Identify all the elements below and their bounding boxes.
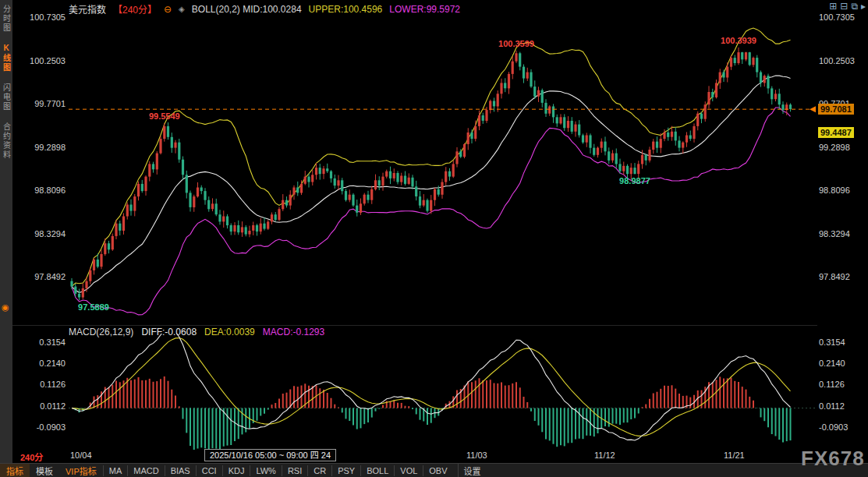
indicator-buttons: MAMACDBIASCCIKDJLW%RSICRPSYBOLLVOLOBV bbox=[103, 465, 453, 476]
toolbar-tab-templates[interactable]: 模板 bbox=[30, 464, 59, 477]
sidebar: 分时图K线图闪电图合约资料 bbox=[0, 0, 12, 463]
expand-panel-icon[interactable]: ▸ bbox=[861, 2, 866, 11]
axis-label: 99.2898 bbox=[819, 143, 850, 152]
axis-label: 100.7305 bbox=[30, 12, 66, 22]
boll-lower-label: LOWER:99.5972 bbox=[389, 4, 460, 15]
axis-label: 0.3154 bbox=[39, 337, 66, 347]
indicator-diamond-icon: ◈ bbox=[179, 5, 185, 13]
right-price-axis: 100.7305100.250399.770199.289898.809698.… bbox=[819, 0, 867, 463]
svg-text:100.3599: 100.3599 bbox=[498, 39, 534, 48]
indicator-button-rsi[interactable]: RSI bbox=[282, 465, 307, 476]
x-axis-row: 240分 2025/10/16 05:00 ~ 09:00 四 24 10/04… bbox=[0, 449, 868, 463]
macd-header: MACD(26,12,9) DIFF:-0.0608 DEA:0.0039 MA… bbox=[69, 327, 324, 337]
axis-label: 0.3154 bbox=[819, 337, 845, 347]
sidebar-tab-contract-info[interactable]: 合约资料 bbox=[1, 122, 12, 160]
chart-application: 99.5549100.3599100.393998.987797.5889 分时… bbox=[0, 0, 868, 477]
chart-canvas[interactable]: 99.5549100.3599100.393998.987797.5889 bbox=[0, 0, 868, 477]
boll-upper-label: UPPER:100.4596 bbox=[309, 4, 383, 15]
grid-panel-icon[interactable]: ⧉ bbox=[851, 2, 858, 11]
axis-label: 99.2898 bbox=[34, 143, 66, 152]
toolbar-tab-vip-indicators[interactable]: VIP指标 bbox=[59, 464, 103, 477]
indicator-button-cci[interactable]: CCI bbox=[196, 465, 222, 476]
symbol-title: 美元指数 bbox=[69, 2, 106, 16]
x-axis-date: 11/21 bbox=[724, 450, 745, 460]
x-axis-date: 11/12 bbox=[594, 450, 615, 460]
axis-label: -0.0903 bbox=[819, 422, 848, 432]
axis-label: 0.1126 bbox=[40, 380, 66, 389]
macd-diff-value: DIFF:-0.0608 bbox=[141, 327, 197, 337]
period-button[interactable]: 240分 bbox=[20, 450, 43, 463]
new-panel-icon[interactable]: ⊞ bbox=[829, 2, 837, 11]
window-controls: ⊞⊟⧉▸ bbox=[829, 2, 866, 11]
sidebar-marker-icon[interactable]: ◉ bbox=[2, 302, 9, 313]
bottom-toolbar: 指标模板VIP指标MAMACDBIASCCIKDJLW%RSICRPSYBOLL… bbox=[0, 463, 868, 477]
indicator-button-bias[interactable]: BIAS bbox=[165, 465, 196, 476]
indicator-button-ma[interactable]: MA bbox=[103, 465, 128, 476]
axis-label: 0.2140 bbox=[819, 359, 845, 368]
axis-label: 0.2140 bbox=[39, 359, 66, 368]
indicator-button-macd[interactable]: MACD bbox=[127, 465, 164, 476]
chart-header: 美元指数 【240分】 ⊖ ◈ BOLL(20,2) MID:100.0284 … bbox=[69, 2, 460, 16]
x-axis-date: 11/03 bbox=[466, 450, 487, 460]
toolbar-tab-indicators[interactable]: 指标 bbox=[0, 464, 30, 477]
indicator-button-vol[interactable]: VOL bbox=[394, 465, 423, 476]
collapse-indicator-icon[interactable]: ⊖ bbox=[164, 4, 172, 15]
axis-label: -0.0903 bbox=[37, 422, 66, 432]
indicator-button-boll[interactable]: BOLL bbox=[360, 465, 394, 476]
svg-text:100.3939: 100.3939 bbox=[721, 36, 756, 45]
svg-text:99.5549: 99.5549 bbox=[149, 111, 180, 121]
macd-hist-value: MACD:-0.1293 bbox=[263, 327, 324, 337]
macd-dea-value: DEA:0.0039 bbox=[204, 327, 255, 337]
svg-text:98.9877: 98.9877 bbox=[619, 176, 650, 186]
axis-label: 99.7701 bbox=[34, 99, 66, 108]
axis-label: 100.7305 bbox=[819, 12, 855, 22]
axis-label: 0.0112 bbox=[819, 401, 845, 411]
axis-label: 0.1126 bbox=[819, 380, 845, 389]
indicator-button-kdj[interactable]: KDJ bbox=[222, 465, 250, 476]
axis-label: 98.3294 bbox=[34, 229, 66, 238]
sidebar-tab-time-chart[interactable]: 分时图 bbox=[1, 5, 12, 33]
x-axis-date: 10/04 bbox=[70, 450, 92, 460]
axis-label: 97.8492 bbox=[819, 272, 850, 281]
secondary-price-box: 99.4487 bbox=[818, 127, 854, 138]
indicator-button-lw[interactable]: LW% bbox=[250, 465, 281, 476]
split-panel-icon[interactable]: ⊟ bbox=[840, 2, 848, 11]
settings-button[interactable]: 设置 bbox=[458, 464, 487, 477]
selection-tooltip: 2025/10/16 05:00 ~ 09:00 四 24 bbox=[204, 449, 336, 461]
macd-label: MACD(26,12,9) bbox=[69, 327, 133, 337]
sidebar-tab-kline-chart[interactable]: K线图 bbox=[1, 44, 12, 72]
indicator-button-cr[interactable]: CR bbox=[307, 465, 331, 476]
axis-label: 98.8096 bbox=[34, 186, 66, 195]
axis-label: 97.8492 bbox=[34, 272, 66, 281]
svg-text:97.5889: 97.5889 bbox=[78, 302, 109, 312]
axis-label: 98.3294 bbox=[819, 229, 850, 238]
axis-label: 0.0112 bbox=[40, 401, 66, 411]
indicator-button-psy[interactable]: PSY bbox=[331, 465, 360, 476]
axis-label: 100.2503 bbox=[30, 56, 66, 65]
sidebar-tab-lightning-chart[interactable]: 闪电图 bbox=[1, 83, 12, 111]
current-price-box: 99.7081 bbox=[818, 104, 854, 115]
period-label[interactable]: 【240分】 bbox=[113, 2, 157, 16]
boll-mid-label: BOLL(20,2) MID:100.0284 bbox=[192, 4, 302, 15]
axis-label: 98.8096 bbox=[819, 186, 850, 195]
left-price-axis: 100.7305100.250399.770199.289898.809698.… bbox=[14, 0, 66, 463]
watermark: FX678 bbox=[801, 447, 865, 471]
axis-label: 100.2503 bbox=[819, 56, 855, 65]
indicator-button-obv[interactable]: OBV bbox=[423, 465, 452, 476]
